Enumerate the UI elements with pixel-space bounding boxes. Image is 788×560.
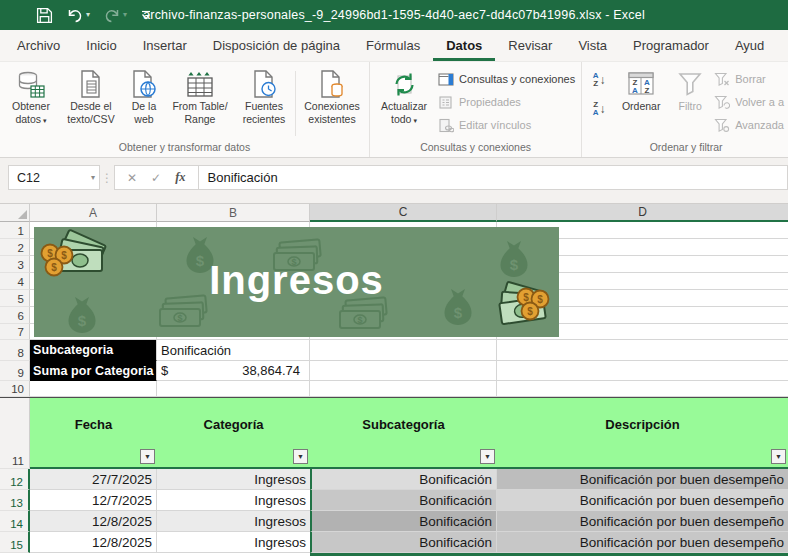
row-header-2[interactable]: 2	[0, 239, 30, 256]
tab-archivo[interactable]: Archivo	[4, 30, 73, 61]
cell-a12[interactable]: 27/7/2025	[30, 469, 157, 490]
cell-b12[interactable]: Ingresos	[157, 469, 310, 490]
quick-access-toolbar: ▾ ▾	[0, 7, 152, 24]
cell[interactable]	[157, 381, 310, 397]
tab-formulas[interactable]: Fórmulas	[353, 30, 433, 61]
cell-b8-subcategoria-value[interactable]: Bonificación	[157, 340, 310, 361]
row-header-4[interactable]: 4	[0, 273, 30, 290]
formula-bar: C12 ▾ ⋮ ✕ ✓ fx Bonificación	[0, 158, 788, 204]
undo-caret-icon: ▾	[86, 11, 90, 19]
edit-links-icon	[438, 118, 454, 133]
cell-c13[interactable]: Bonificación	[310, 490, 497, 511]
cell-b13[interactable]: Ingresos	[157, 490, 310, 511]
cell-b14[interactable]: Ingresos	[157, 511, 310, 532]
customize-qat-button[interactable]	[140, 10, 152, 21]
cell-d13[interactable]: Bonificación por buen desempeño	[497, 490, 788, 511]
sort-az-icon: AZ	[593, 72, 599, 88]
database-icon	[16, 68, 46, 100]
de-la-web-button[interactable]: De la web	[123, 65, 165, 139]
row-header-9[interactable]: 9	[0, 361, 30, 381]
tab-disposicion[interactable]: Disposición de página	[200, 30, 353, 61]
cell[interactable]	[310, 340, 497, 361]
name-box-caret-icon[interactable]: ▾	[91, 173, 95, 182]
tab-vista[interactable]: Vista	[565, 30, 620, 61]
cell-b9-suma-value[interactable]: $ 38,864.74	[157, 361, 310, 381]
row-header-10[interactable]: 10	[0, 381, 30, 397]
save-button[interactable]	[36, 7, 53, 24]
cell[interactable]	[310, 381, 497, 397]
insert-function-icon[interactable]: fx	[175, 170, 185, 185]
desde-texto-csv-button[interactable]: Desde el texto/CSV	[59, 65, 123, 139]
cell-a9-suma-label[interactable]: Suma por Categoria	[30, 361, 157, 381]
conexiones-existentes-button[interactable]: Conexiones existentes	[298, 65, 366, 139]
column-header-d[interactable]: D	[497, 204, 788, 222]
row-header-3[interactable]: 3	[0, 256, 30, 273]
table-header-subcategoria[interactable]: Subcategoría ▼	[310, 398, 497, 469]
table-header-categoria[interactable]: Categoría ▼	[157, 398, 310, 469]
file-globe-icon	[130, 68, 158, 100]
row-header-15[interactable]: 15	[0, 532, 30, 553]
cell-d14[interactable]: Bonificación por buen desempeño	[497, 511, 788, 532]
cell-d15[interactable]: Bonificación por buen desempeño	[497, 532, 788, 553]
cell-a14[interactable]: 12/8/2025	[30, 511, 157, 532]
from-table-range-button[interactable]: From Table/ Range	[165, 65, 235, 139]
ordenar-button[interactable]: Z A A Z Ordenar	[613, 65, 669, 139]
cell-c14[interactable]: Bonificación	[310, 511, 497, 532]
ingresos-banner-image[interactable]: $ $ $	[34, 227, 559, 337]
header-label: Fecha	[75, 417, 113, 432]
cell[interactable]	[30, 381, 157, 397]
formula-input[interactable]: Bonificación	[199, 165, 788, 190]
cell-c12-active[interactable]: Bonificación	[310, 469, 497, 490]
tab-datos[interactable]: Datos	[433, 30, 495, 61]
tab-revisar[interactable]: Revisar	[495, 30, 565, 61]
row-header-5[interactable]: 5	[0, 290, 30, 307]
table-header-fecha[interactable]: Fecha ▼	[30, 398, 157, 469]
filter-advanced-icon	[714, 118, 730, 133]
name-box[interactable]: C12 ▾	[8, 165, 100, 190]
ordenar-label: Ordenar	[617, 100, 665, 113]
cell-a8-subcategoria-label[interactable]: Subcategoria	[30, 340, 157, 361]
sort-ascending-button[interactable]: AZ ↓	[585, 69, 613, 90]
cancel-icon[interactable]: ✕	[127, 171, 137, 185]
filter-dropdown-fecha[interactable]: ▼	[140, 449, 155, 464]
row-header-7[interactable]: 7	[0, 324, 30, 340]
column-header-a[interactable]: A	[30, 204, 157, 222]
propiedades-button: Propiedades	[435, 92, 578, 112]
cell-c15[interactable]: Bonificación	[310, 532, 497, 553]
table-row: 13 12/7/2025 Ingresos Bonificación Bonif…	[0, 490, 788, 511]
fuentes-recientes-button[interactable]: Fuentes recientes	[235, 65, 293, 139]
select-all-corner[interactable]	[0, 204, 30, 222]
row-header-8[interactable]: 8	[0, 340, 30, 361]
sort-descending-button[interactable]: ZA ↓	[585, 98, 613, 119]
filter-dropdown-subcategoria[interactable]: ▼	[480, 449, 495, 464]
table-header-descripcion[interactable]: Descripción ▼	[497, 398, 788, 469]
cell[interactable]	[497, 381, 788, 397]
enter-icon[interactable]: ✓	[151, 171, 161, 185]
column-header-b[interactable]: B	[157, 204, 310, 222]
cell-a13[interactable]: 12/7/2025	[30, 490, 157, 511]
row-header-14[interactable]: 14	[0, 511, 30, 532]
cell-b15[interactable]: Ingresos	[157, 532, 310, 553]
volver-a-aplicar-label: Volver a a	[735, 96, 784, 108]
row-header-11[interactable]: 11	[0, 398, 30, 469]
row-header-6[interactable]: 6	[0, 307, 30, 324]
row-header-1[interactable]: 1	[0, 222, 30, 239]
filter-dropdown-categoria[interactable]: ▼	[293, 449, 308, 464]
filter-dropdown-descripcion[interactable]: ▼	[771, 449, 786, 464]
actualizar-todo-button[interactable]: Actualizar todo▾	[373, 65, 435, 139]
obtener-datos-button[interactable]: Obtener datos▾	[3, 65, 59, 139]
cell[interactable]	[497, 340, 788, 361]
tab-insertar[interactable]: Insertar	[130, 30, 200, 61]
consultas-conexiones-button[interactable]: Consultas y conexiones	[435, 69, 578, 89]
cell[interactable]	[497, 361, 788, 381]
row-header-12[interactable]: 12	[0, 469, 30, 490]
cell-d12[interactable]: Bonificación por buen desempeño	[497, 469, 788, 490]
tab-inicio[interactable]: Inicio	[73, 30, 129, 61]
tab-ayuda[interactable]: Ayud	[722, 30, 777, 61]
tab-programador[interactable]: Programador	[620, 30, 722, 61]
row-header-13[interactable]: 13	[0, 490, 30, 511]
column-header-c[interactable]: C	[310, 204, 497, 222]
cell-a15[interactable]: 12/8/2025	[30, 532, 157, 553]
cell[interactable]	[310, 361, 497, 381]
undo-button[interactable]: ▾	[66, 7, 90, 23]
